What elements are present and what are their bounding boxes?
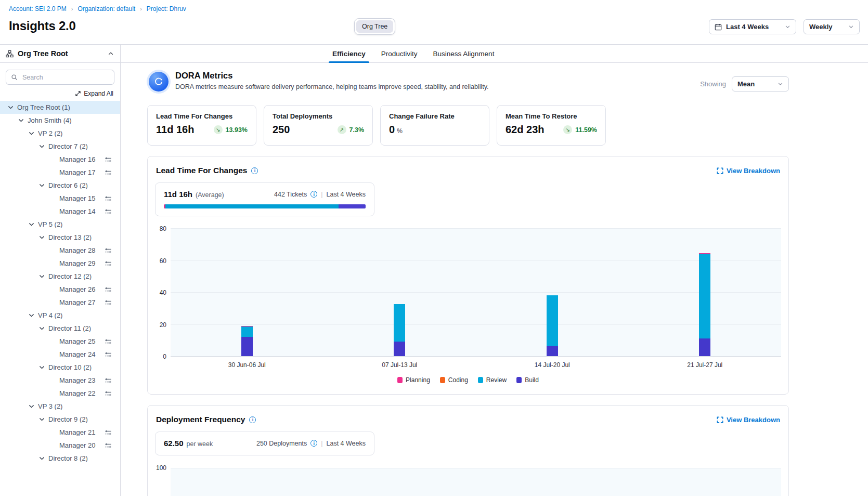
chevron-down-icon[interactable] [38,455,45,462]
tree-item[interactable]: Manager 17 [0,166,120,179]
lead-time-average-value: 11d 16h [164,190,192,199]
tree-item[interactable]: Manager 21 [0,426,120,439]
lead-time-summary-card: 11d 16h (Average) 442 Tickets | Last 4 W… [155,182,374,216]
filters-icon[interactable] [105,286,112,293]
tree-item[interactable]: Manager 25 [0,335,120,348]
tree-item[interactable]: Manager 29 [0,257,120,270]
info-icon[interactable] [249,416,256,423]
tree-item[interactable]: Director 9 (2) [0,413,120,426]
chevron-down-icon[interactable] [38,182,45,189]
chevron-down-icon[interactable] [28,403,35,410]
tree-item[interactable]: VP 5 (2) [0,218,120,231]
legend-swatch [478,377,483,383]
tree-item[interactable]: Org Tree Root (1) [0,101,120,114]
filters-icon[interactable] [105,442,112,449]
tab-business-alignment[interactable]: Business Alignment [433,45,495,63]
filters-icon[interactable] [105,390,112,397]
deployment-view-breakdown-button[interactable]: View Breakdown [717,416,780,424]
divider: | [321,191,322,198]
filters-icon[interactable] [105,169,112,176]
org-tree-toggle-label[interactable]: Org Tree [356,20,393,33]
tab-productivity[interactable]: Productivity [381,45,418,63]
chevron-down-icon[interactable] [18,117,24,124]
tree-item[interactable]: Manager 20 [0,439,120,452]
tree-item-label: Manager 16 [59,155,95,163]
tree-search[interactable] [6,70,114,85]
chevron-down-icon[interactable] [7,104,14,111]
chevron-down-icon[interactable] [28,312,35,319]
filters-icon[interactable] [105,429,112,436]
info-icon[interactable] [310,191,317,198]
chevron-down-icon[interactable] [38,234,45,241]
date-range-select[interactable]: Last 4 Weeks [709,19,796,34]
filters-icon[interactable] [105,208,112,215]
chevron-down-icon[interactable] [38,273,45,280]
tree-item-label: Manager 20 [59,441,95,449]
tree-item[interactable]: Director 10 (2) [0,361,120,374]
legend-item-coding: Coding [440,376,468,384]
showing-select[interactable]: Mean [732,76,789,92]
metric-card-value-row: 62d 23h↘11.59% [506,124,597,136]
tree-item[interactable]: Manager 15 [0,192,120,205]
bar-21-Jul-27-Jul[interactable] [699,253,710,356]
chevron-down-icon[interactable] [28,130,35,137]
info-icon[interactable] [251,167,258,174]
tree-item[interactable]: Director 6 (2) [0,179,120,192]
tree-item[interactable]: Manager 16 [0,153,120,166]
breadcrumb-link[interactable]: Account: SEI 2.0 PM [9,5,67,12]
filters-icon[interactable] [105,156,112,163]
filters-icon[interactable] [105,377,112,384]
bar-07-Jul-13-Jul[interactable] [394,304,405,356]
bar-30-Jun-06-Jul[interactable] [241,326,253,356]
tree-item[interactable]: John Smith (4) [0,114,120,127]
tree-item-label: Manager 28 [59,246,95,254]
chevron-down-icon[interactable] [38,364,45,371]
tree-item[interactable]: Manager 26 [0,283,120,296]
filters-icon[interactable] [105,338,112,345]
chevron-down-icon[interactable] [38,143,45,150]
tree-item[interactable]: VP 2 (2) [0,127,120,140]
lead-time-view-breakdown-button[interactable]: View Breakdown [717,167,780,175]
expand-all-button[interactable]: Expand All [7,90,113,97]
tab-efficiency[interactable]: Efficiency [332,45,366,63]
tree-item[interactable]: Director 13 (2) [0,231,120,244]
tree-item[interactable]: Director 12 (2) [0,270,120,283]
filters-icon[interactable] [105,299,112,306]
tree-item[interactable]: Manager 27 [0,296,120,309]
tree-item[interactable]: Director 8 (2) [0,452,120,465]
granularity-select[interactable]: Weekly [804,19,860,34]
dora-section-title: DORA Metrics [175,71,489,81]
trend-badge: ↘13.93% [214,125,248,134]
filters-icon[interactable] [105,260,112,267]
bar-14-Jul-20-Jul[interactable] [547,295,558,356]
breadcrumb-link[interactable]: Organization: default [77,5,135,12]
tree-item-label: Manager 17 [59,168,95,176]
info-icon[interactable] [310,440,317,447]
tree-item[interactable]: Manager 14 [0,205,120,218]
chevron-down-icon[interactable] [38,416,45,423]
bar-segment-review [394,304,405,342]
tree-item[interactable]: Director 7 (2) [0,140,120,153]
chevron-down-icon[interactable] [28,221,35,228]
trend-down-arrow-icon: ↘ [563,125,572,134]
tree-item[interactable]: Manager 28 [0,244,120,257]
org-tree-toggle-button[interactable]: Org Tree [354,18,395,35]
chevron-down-icon[interactable] [38,325,45,332]
legend-label: Review [486,376,507,384]
sidebar-collapse-button[interactable] [108,50,114,57]
tree-item-label: Director 11 (2) [48,324,91,332]
tree-item[interactable]: Manager 24 [0,348,120,361]
tree-item[interactable]: Director 11 (2) [0,322,120,335]
filters-icon[interactable] [105,247,112,254]
expand-all-icon [75,90,81,97]
breadcrumb-link[interactable]: Project: Dhruv [147,5,186,12]
search-input[interactable] [21,73,109,82]
tree-item[interactable]: Manager 23 [0,374,120,387]
tree-item[interactable]: VP 3 (2) [0,400,120,413]
filters-icon[interactable] [105,195,112,202]
filters-icon[interactable] [105,351,112,358]
tree-item[interactable]: Manager 22 [0,387,120,400]
tree-item[interactable]: VP 4 (2) [0,309,120,322]
tree-item-label: VP 5 (2) [38,220,62,228]
trend-badge: ↗7.3% [338,125,365,134]
